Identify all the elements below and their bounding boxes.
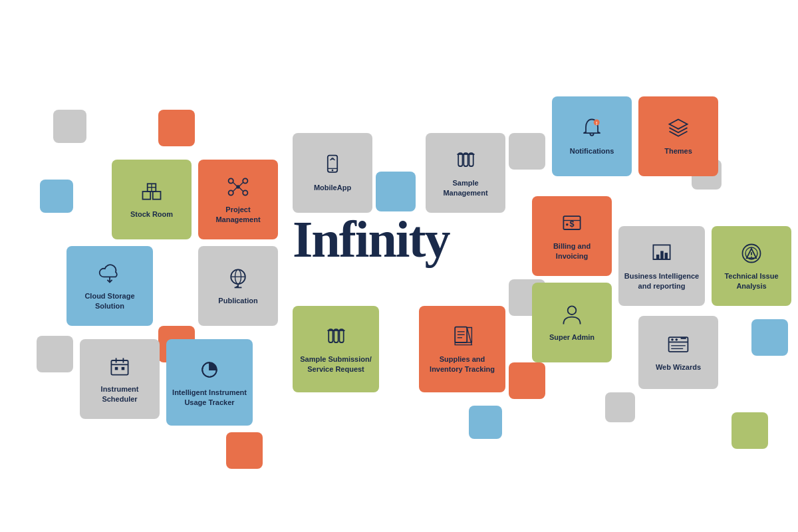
tile-cloud-storage[interactable]: Cloud Storage Solution	[66, 246, 153, 326]
decorative-tile-d7	[509, 133, 545, 170]
svg-line-12	[233, 188, 237, 192]
tile-supplies-inventory[interactable]: Supplies and Inventory Tracking	[419, 306, 505, 392]
svg-marker-46	[670, 120, 688, 129]
tile-sample-submission[interactable]: Sample Submission/ Service Request	[293, 306, 379, 392]
svg-text:!: !	[596, 120, 597, 126]
tile-intelligent-tracker[interactable]: Intelligent Instrument Usage Tracker	[166, 339, 253, 426]
decorative-tile-d1	[40, 180, 73, 213]
tile-technical-issue[interactable]: Technical Issue Analysis	[712, 226, 791, 306]
billing-label: Billing and Invoicing	[537, 241, 606, 261]
decorative-tile-d11	[469, 406, 502, 439]
mobile-app-icon	[321, 153, 344, 180]
tile-publication[interactable]: Publication	[198, 246, 278, 326]
svg-rect-21	[111, 360, 128, 375]
business-intelligence-icon	[650, 241, 674, 269]
svg-line-11	[239, 182, 243, 186]
decorative-tile-d9	[509, 362, 545, 399]
cloud-storage-icon	[98, 261, 122, 289]
svg-rect-52	[656, 255, 660, 259]
svg-rect-25	[115, 367, 118, 370]
sample-submission-label: Sample Submission/ Service Request	[298, 354, 374, 374]
sample-submission-icon	[324, 325, 348, 352]
supplies-inventory-icon	[450, 325, 474, 352]
tile-themes[interactable]: Themes	[638, 96, 718, 176]
svg-rect-37	[339, 329, 343, 342]
web-wizards-icon	[666, 332, 690, 360]
tile-stock-room[interactable]: Stock Room	[112, 160, 192, 239]
svg-text:$: $	[569, 220, 574, 229]
tile-mobile-app[interactable]: MobileApp	[293, 133, 372, 213]
infinity-title: Infinity	[293, 209, 449, 269]
svg-line-10	[233, 182, 237, 186]
svg-rect-31	[458, 153, 462, 166]
svg-rect-36	[334, 329, 338, 342]
svg-line-13	[239, 188, 243, 192]
intelligent-tracker-label: Intelligent Instrument Usage Tracker	[172, 388, 247, 407]
svg-rect-54	[665, 253, 668, 259]
tile-instrument-scheduler[interactable]: Instrument Scheduler	[80, 339, 160, 419]
decorative-tile-d5	[37, 336, 73, 372]
decorative-tile-d10	[226, 432, 263, 469]
project-management-icon	[226, 175, 250, 202]
svg-point-49	[566, 223, 569, 226]
sample-management-label: Sample Management	[431, 178, 500, 198]
svg-point-64	[671, 338, 674, 341]
svg-rect-32	[464, 153, 467, 166]
mobile-app-label: MobileApp	[314, 183, 351, 192]
instrument-scheduler-label: Instrument Scheduler	[85, 384, 154, 404]
tile-web-wizards[interactable]: Web Wizards	[638, 316, 718, 389]
themes-icon	[666, 116, 690, 144]
decorative-tile-d15	[605, 392, 635, 422]
svg-point-30	[332, 170, 334, 172]
billing-icon: $	[560, 211, 584, 239]
tile-billing[interactable]: $Billing and Invoicing	[532, 196, 612, 276]
svg-point-61	[568, 307, 577, 315]
svg-rect-1	[153, 192, 161, 200]
tile-super-admin[interactable]: Super Admin	[532, 283, 612, 362]
decorative-tile-d6	[376, 172, 416, 211]
super-admin-icon	[560, 303, 584, 330]
notifications-label: Notifications	[570, 146, 614, 156]
decorative-tile-d12	[732, 412, 768, 449]
svg-point-60	[751, 257, 752, 258]
publication-label: Publication	[218, 296, 257, 305]
technical-issue-icon	[739, 241, 763, 269]
stock-room-icon	[140, 180, 164, 207]
cloud-storage-label: Cloud Storage Solution	[72, 291, 148, 311]
instrument-scheduler-icon	[108, 354, 132, 382]
tile-sample-management[interactable]: Sample Management	[426, 133, 505, 213]
svg-rect-33	[469, 153, 473, 166]
svg-rect-35	[329, 329, 332, 342]
themes-label: Themes	[664, 146, 692, 156]
svg-rect-0	[143, 192, 151, 200]
svg-marker-43	[455, 328, 471, 345]
tile-notifications[interactable]: !Notifications	[552, 96, 632, 176]
decorative-tile-d3	[53, 110, 86, 143]
super-admin-label: Super Admin	[549, 332, 595, 342]
svg-point-65	[676, 338, 678, 341]
decorative-tile-d2	[158, 110, 195, 146]
svg-rect-26	[122, 367, 125, 370]
tile-business-intelligence[interactable]: Business Intelligence and reporting	[618, 226, 705, 306]
svg-rect-53	[660, 251, 664, 260]
project-management-label: Project Management	[203, 205, 273, 224]
publication-icon	[226, 266, 250, 293]
intelligent-tracker-icon	[198, 358, 221, 385]
stock-room-label: Stock Room	[130, 209, 173, 219]
web-wizards-label: Web Wizards	[656, 362, 701, 372]
technical-issue-label: Technical Issue Analysis	[717, 271, 786, 291]
sample-management-icon	[454, 148, 477, 176]
notifications-icon: !	[580, 116, 604, 144]
decorative-tile-d13	[751, 319, 788, 356]
business-intelligence-label: Business Intelligence and reporting	[624, 271, 700, 291]
tile-project-management[interactable]: Project Management	[198, 160, 278, 239]
supplies-inventory-label: Supplies and Inventory Tracking	[424, 354, 500, 374]
